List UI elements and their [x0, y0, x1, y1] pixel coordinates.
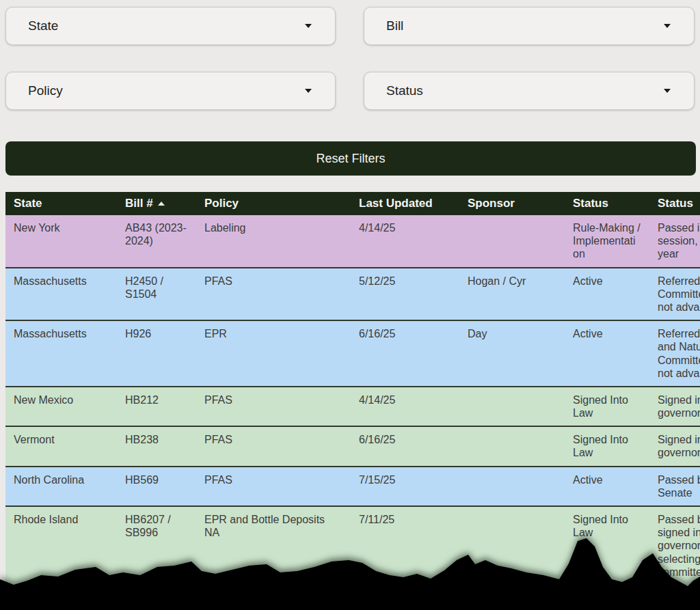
- column-header-label: Bill #: [125, 197, 153, 210]
- cell-bill-number: HB238: [117, 427, 196, 465]
- table-row: New MexicoHB212PFAS4/14/25Signed Into La…: [5, 386, 700, 426]
- bills-table: StateBill #PolicyLast UpdatedSponsorStat…: [5, 192, 700, 585]
- policy-filter-dropdown[interactable]: Policy: [5, 72, 336, 110]
- status-filter-dropdown[interactable]: Status: [364, 72, 695, 110]
- cell-bill-number: H926: [117, 321, 196, 386]
- cell-status-detail: Passed by Senate: [649, 467, 700, 505]
- cell-policy: PFAS: [196, 268, 351, 320]
- column-header-label: Policy: [204, 197, 239, 210]
- cell-bill-number: AB43 (2023-2024): [117, 215, 196, 267]
- table-row: MassachusettsH926EPR6/16/25DayActiveRefe…: [5, 320, 700, 386]
- cell-policy: PFAS: [196, 427, 351, 465]
- cell-last-updated: 4/14/25: [351, 387, 459, 426]
- cell-status-detail: Referred to and Natural Committee, not a…: [649, 321, 700, 386]
- cell-last-updated: 4/14/25: [351, 215, 459, 267]
- cell-bill-number: HB212: [117, 387, 196, 426]
- cell-policy: PFAS: [196, 467, 351, 505]
- cell-state: Vermont: [5, 427, 117, 465]
- bill-filter-label: Bill: [386, 18, 403, 33]
- chevron-down-icon: [664, 24, 671, 28]
- table-body: New YorkAB43 (2023-2024)Labeling4/14/25R…: [5, 215, 700, 585]
- cell-state: Massachusetts: [5, 321, 117, 386]
- column-header-label: Sponsor: [468, 197, 515, 210]
- cell-sponsor: [459, 507, 565, 585]
- cell-policy: EPR and Bottle Deposits NA: [196, 507, 351, 585]
- table-row: MassachusettsH2450 / S1504PFAS5/12/25Hog…: [5, 267, 700, 320]
- cell-state: Rhode Island: [5, 507, 117, 585]
- cell-status: Signed Into Law: [565, 427, 649, 465]
- table-row: New YorkAB43 (2023-2024)Labeling4/14/25R…: [5, 215, 700, 267]
- cell-status-detail: Passed by signed into governor selecting…: [649, 507, 700, 585]
- cell-sponsor: [459, 215, 565, 267]
- table-row: VermontHB238PFAS6/16/25Signed Into LawSi…: [5, 426, 700, 465]
- state-filter-label: State: [28, 18, 58, 33]
- chevron-down-icon: [664, 89, 671, 93]
- column-header-label: Status: [573, 197, 608, 210]
- chevron-down-icon: [305, 89, 312, 93]
- table-header-row: StateBill #PolicyLast UpdatedSponsorStat…: [5, 192, 700, 215]
- reset-filters-label: Reset Filters: [316, 152, 385, 166]
- cell-policy: Labeling: [196, 215, 351, 267]
- reset-filters-button[interactable]: Reset Filters: [5, 141, 696, 176]
- status-filter-label: Status: [386, 83, 423, 98]
- cell-status: Active: [565, 321, 649, 386]
- cell-last-updated: 7/11/25: [351, 507, 459, 585]
- column-header-state[interactable]: State: [5, 192, 117, 215]
- table-row: Rhode IslandHB6207 / SB996EPR and Bottle…: [5, 505, 700, 585]
- column-header-sponsor[interactable]: Sponsor: [459, 192, 565, 215]
- state-filter-dropdown[interactable]: State: [5, 7, 336, 45]
- table-row: North CarolinaHB569PFAS7/15/25ActivePass…: [5, 466, 700, 505]
- column-header-label: State: [14, 197, 42, 210]
- cell-sponsor: [459, 387, 565, 426]
- column-header-label: Last Updated: [359, 197, 433, 210]
- cell-sponsor: [459, 467, 565, 505]
- cell-status: Active: [565, 467, 649, 505]
- cell-last-updated: 6/16/25: [351, 321, 459, 386]
- cell-bill-number: HB569: [117, 467, 196, 505]
- cell-sponsor: [459, 427, 565, 465]
- cell-state: New Mexico: [5, 387, 117, 426]
- cell-status: Rule-Making / Implementation: [565, 215, 649, 267]
- cell-state: North Carolina: [5, 467, 117, 505]
- sort-ascending-icon: [158, 202, 165, 206]
- cell-status: Signed Into Law: [565, 507, 649, 585]
- cell-policy: PFAS: [196, 387, 351, 426]
- column-header-status-detail[interactable]: Status: [649, 192, 700, 215]
- cell-status: Signed Into Law: [565, 387, 649, 426]
- cell-bill-number: HB6207 / SB996: [117, 507, 196, 585]
- column-header-status[interactable]: Status: [565, 192, 649, 215]
- cell-state: Massachusetts: [5, 268, 117, 320]
- cell-status-detail: Signed into law by governor: [649, 387, 700, 426]
- column-header-last-updated[interactable]: Last Updated: [351, 192, 459, 215]
- cell-sponsor: Hogan / Cyr: [459, 268, 565, 320]
- column-header-policy[interactable]: Policy: [196, 192, 351, 215]
- cell-policy: EPR: [196, 321, 351, 386]
- cell-bill-number: H2450 / S1504: [117, 268, 196, 320]
- bill-filter-dropdown[interactable]: Bill: [364, 7, 695, 45]
- column-header-bill-number[interactable]: Bill #: [117, 192, 196, 215]
- bill-tracker-page: State Bill Policy Status Reset Filters S…: [0, 0, 700, 610]
- cell-last-updated: 5/12/25: [351, 268, 459, 320]
- chevron-down-icon: [305, 24, 312, 28]
- cell-status-detail: Signed into law by governor: [649, 427, 700, 465]
- column-header-label: Status: [658, 197, 693, 210]
- cell-sponsor: Day: [459, 321, 565, 386]
- cell-status: Active: [565, 268, 649, 320]
- policy-filter-label: Policy: [28, 83, 63, 98]
- cell-state: New York: [5, 215, 117, 267]
- cell-status-detail: Referred to Committee, not advanced: [649, 268, 700, 320]
- cell-status-detail: Passed in session, year: [649, 215, 700, 267]
- cell-last-updated: 7/15/25: [351, 467, 459, 505]
- cell-last-updated: 6/16/25: [351, 427, 459, 465]
